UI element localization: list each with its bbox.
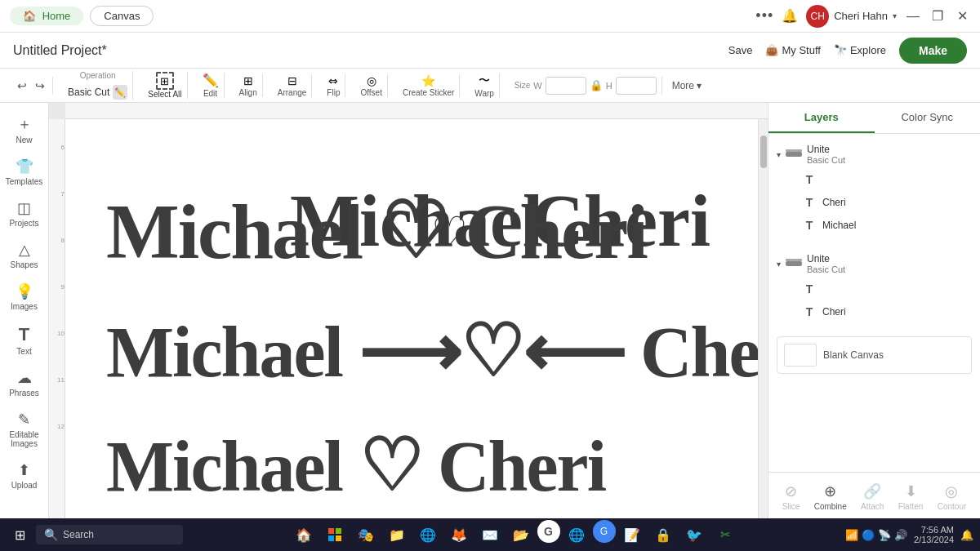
taskbar-app-1[interactable]: 🏠 (289, 520, 318, 549)
taskbar-app-mail[interactable]: ✉️ (475, 520, 505, 549)
flip-button[interactable]: ⇔ Flip (327, 74, 340, 97)
maximize-button[interactable]: ❐ (929, 8, 946, 24)
taskbar-app-word[interactable]: 📝 (617, 520, 647, 549)
main-layout: ＋ New 👕 Templates ◫ Projects △ Shapes 💡 … (0, 103, 980, 551)
sidebar-item-templates[interactable]: 👕 Templates (2, 153, 47, 191)
images-label: Images (11, 302, 38, 311)
sidebar-item-shapes[interactable]: △ Shapes (2, 236, 47, 274)
blank-canvas-item[interactable]: Blank Canvas (777, 336, 972, 374)
avatar: CH (806, 5, 829, 28)
offset-button[interactable]: ◎ Offset (360, 74, 382, 97)
vertical-scrollbar[interactable] (758, 119, 768, 541)
my-stuff-button[interactable]: 👜 My Stuff (765, 44, 820, 56)
taskbar-app-edge[interactable]: 🌐 (413, 520, 443, 549)
sidebar-item-projects[interactable]: ◫ Projects (2, 194, 47, 233)
panel-scroll[interactable]: ▾ Unite Basic Cut T T Cheri (768, 134, 980, 472)
warp-group: 〜 Warp (470, 73, 500, 98)
taskbar-app-files[interactable]: 📁 (382, 520, 412, 549)
taskbar-search[interactable]: 🔍 Search (36, 525, 183, 544)
warp-button[interactable]: 〜 Warp (474, 73, 494, 98)
taskbar-app-bird[interactable]: 🐦 (679, 520, 709, 549)
explore-icon: 🔭 (834, 44, 847, 56)
save-button[interactable]: Save (728, 44, 753, 56)
explore-button[interactable]: 🔭 Explore (834, 44, 886, 56)
layer-item-cheri[interactable]: T Cheri (800, 191, 972, 214)
title-bar-right: ••• 🔔 CH Cheri Hahn ▾ — ❐ ✕ (755, 5, 970, 28)
taskbar-app-cricut[interactable]: ✂ (710, 520, 740, 549)
taskbar-app-g2[interactable]: G (593, 520, 616, 543)
phrases-label: Phrases (9, 389, 39, 398)
vertical-scroll-thumb[interactable] (760, 136, 767, 168)
slice-button[interactable]: ⊘ Slice (776, 479, 807, 514)
close-button[interactable]: ✕ (954, 8, 970, 24)
select-all-button[interactable]: ⊞ Select All (148, 72, 181, 99)
project-name: Untitled Project* (13, 43, 107, 58)
sidebar-item-text[interactable]: T Text (2, 319, 47, 361)
sticker-button[interactable]: ⭐ Create Sticker (403, 74, 454, 97)
taskbar-notification-icon[interactable]: 🔔 (960, 529, 973, 541)
tab-home[interactable]: 🏠 Home (10, 7, 83, 25)
sidebar-item-upload[interactable]: ⬆ Upload (2, 456, 47, 495)
minimize-button[interactable]: — (905, 8, 921, 24)
arrange-group: ⊟ Arrange (273, 74, 313, 97)
operation-edit-icon[interactable]: ✏️ (113, 85, 127, 100)
start-button[interactable]: ⊞ (7, 522, 33, 548)
sticker-group: ⭐ Create Sticker (398, 74, 460, 97)
taskbar-search-text: Search (63, 529, 94, 540)
align-button[interactable]: ⊞ Align (239, 74, 257, 97)
editable-images-icon: ✎ (18, 411, 30, 429)
make-button[interactable]: Make (899, 38, 967, 64)
notification-icon[interactable]: 🔔 (782, 8, 798, 24)
panel-tabs: Layers Color Sync (768, 103, 980, 134)
images-icon: 💡 (16, 282, 33, 300)
combine-icon: ⊕ (824, 482, 836, 500)
attach-icon: 🔗 (863, 482, 881, 500)
contour-button[interactable]: ◎ Contour (931, 479, 973, 514)
tab-layers[interactable]: Layers (768, 103, 875, 133)
text-label: Text (16, 347, 31, 356)
sidebar-item-editable-images[interactable]: ✎ Editable Images (2, 406, 47, 453)
canvas-area[interactable]: 3 4 5 6 7 8 9 10 11 12 13 14 15 6 7 8 9 … (49, 103, 768, 551)
editable-images-label: Editable Images (6, 430, 43, 448)
taskbar-app-g1[interactable]: G (537, 520, 560, 543)
taskbar-app-firefox[interactable]: 🦊 (444, 520, 474, 549)
taskbar-app-3[interactable]: 🎭 (351, 520, 381, 549)
attach-button[interactable]: 🔗 Attach (854, 479, 890, 514)
width-input[interactable] (546, 77, 586, 95)
phrases-icon: ☁ (17, 369, 32, 387)
arrange-button[interactable]: ⊟ Arrange (278, 74, 307, 97)
redo-button[interactable]: ↪ (33, 77, 47, 95)
layer-item-2[interactable]: T (800, 278, 972, 300)
sidebar-item-new[interactable]: ＋ New (2, 109, 47, 149)
text-icon: T (19, 324, 29, 345)
taskbar-app-explorer[interactable]: 📂 (506, 520, 536, 549)
lock-icon[interactable]: 🔒 (590, 79, 603, 91)
height-input[interactable] (616, 77, 657, 95)
tab-canvas[interactable]: Canvas (90, 6, 154, 26)
user-area[interactable]: CH Cheri Hahn ▾ (806, 5, 897, 28)
combine-button[interactable]: ⊕ Combine (808, 479, 853, 514)
layer-group-2-header[interactable]: ▾ Unite Basic Cut (777, 250, 972, 278)
more-button[interactable]: More ▾ (672, 80, 702, 91)
edit-button[interactable]: ✏️ Edit (203, 73, 219, 98)
tab-color-sync[interactable]: Color Sync (875, 103, 981, 133)
svg-rect-8 (328, 535, 334, 541)
layer-item[interactable]: T (800, 168, 972, 191)
taskbar-app-2[interactable] (320, 520, 350, 549)
layer-group-1-header[interactable]: ▾ Unite Basic Cut (777, 140, 972, 168)
sidebar-item-images[interactable]: 💡 Images (2, 278, 47, 316)
layer-item-cheri-2[interactable]: T Cheri (800, 300, 972, 323)
taskbar-app-lock[interactable]: 🔒 (648, 520, 678, 549)
chevron-down-icon: ▾ (893, 11, 897, 20)
select-all-label: Select All (148, 90, 181, 99)
right-panel: Layers Color Sync ▾ Unite Basic Cut T (768, 103, 980, 551)
flatten-button[interactable]: ⬇ Flatten (892, 479, 930, 514)
sidebar-item-phrases[interactable]: ☁ Phrases (2, 364, 47, 402)
undo-button[interactable]: ↩ (15, 77, 29, 95)
layer-item-michael[interactable]: T Michael (800, 214, 972, 237)
shapes-icon: △ (19, 241, 30, 259)
shapes-label: Shapes (11, 260, 38, 269)
taskbar-clock: 7:56 AM 2/13/2024 (914, 525, 954, 544)
more-options-icon[interactable]: ••• (755, 7, 773, 24)
taskbar-app-browser[interactable]: 🌐 (562, 520, 591, 549)
